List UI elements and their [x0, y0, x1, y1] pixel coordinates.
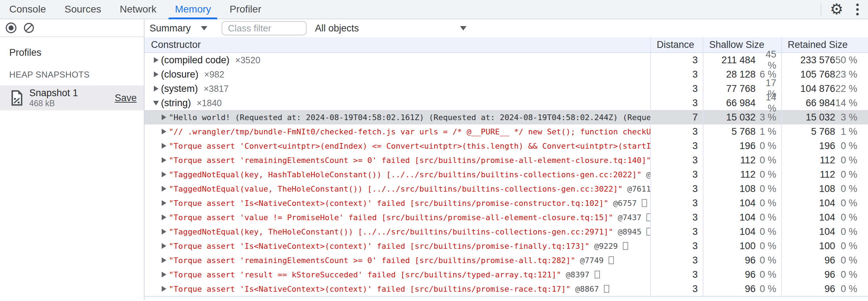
shallow-size-cell: 1040 % [703, 224, 781, 239]
shallow-size-cell: 960 % [703, 253, 781, 267]
table-row[interactable]: "Torque assert 'value != PromiseHole' fa… [145, 210, 868, 224]
tab-console[interactable]: Console [0, 0, 55, 19]
expand-triangle-icon[interactable] [159, 229, 169, 235]
retained-size-cell: 1040 % [781, 196, 868, 210]
retained-size-percent: 0 % [835, 241, 868, 252]
shallow-size-value: 100 [703, 241, 756, 252]
table-row[interactable]: "// .wrangler/tmp/bundle-FmNIt0/checked-… [145, 124, 868, 139]
expand-triangle-icon[interactable] [151, 57, 161, 63]
expand-triangle-icon[interactable] [159, 200, 169, 206]
expand-triangle-icon[interactable] [159, 157, 169, 163]
expand-triangle-icon[interactable] [159, 257, 169, 263]
table-row[interactable]: "Torque assert 'remainingElementsCount >… [145, 253, 868, 267]
retained-size-value: 233 576 [782, 55, 835, 66]
shallow-size-percent: 0 % [756, 255, 781, 266]
kebab-menu-icon[interactable] [853, 2, 862, 17]
table-row[interactable]: "TaggedNotEqual(key, TheHoleConstant()) … [145, 224, 868, 239]
object-id: @8945 [618, 227, 641, 236]
constructor-name: "Torque assert 'Is<NativeContext>(contex… [169, 199, 609, 208]
column-header-constructor[interactable]: Constructor [145, 37, 650, 52]
retained-size-value: 100 [782, 241, 835, 252]
glyph-box-icon [646, 213, 650, 221]
retained-size-percent: 0 % [835, 212, 868, 223]
constructor-cell: (system)×3817 [145, 82, 650, 96]
table-row[interactable]: "Torque assert 'Convert<uintptr>(endInde… [145, 139, 868, 153]
expand-triangle-icon[interactable] [159, 129, 169, 134]
class-filter-input[interactable] [222, 21, 307, 35]
shallow-size-cell: 1040 % [703, 196, 781, 210]
tab-profiler[interactable]: Profiler [220, 0, 271, 19]
distance-cell: 3 [650, 253, 703, 267]
expand-triangle-icon[interactable] [159, 186, 169, 192]
expand-triangle-icon[interactable] [159, 114, 169, 120]
retained-size-cell: 105 76823 % [781, 67, 868, 82]
perspective-select-value: Summary [150, 23, 191, 34]
retained-size-value: 112 [782, 169, 835, 180]
object-id: @8397 [566, 270, 589, 279]
expand-triangle-icon[interactable] [159, 172, 169, 177]
perspective-select[interactable]: Summary [150, 23, 207, 34]
tab-memory[interactable]: Memory [166, 0, 220, 19]
table-row[interactable]: (string)×1840366 98414 %66 98414 % [145, 96, 868, 110]
column-header-distance[interactable]: Distance [650, 37, 703, 52]
shallow-size-cell: 66 98414 % [703, 96, 781, 110]
table-row[interactable]: "Torque assert 'Is<NativeContext>(contex… [145, 282, 868, 296]
tab-network[interactable]: Network [110, 0, 166, 19]
distance-cell: 3 [650, 82, 703, 96]
retained-size-value: 104 [782, 198, 835, 209]
retained-size-cell: 1080 % [781, 182, 868, 196]
shallow-size-percent: 3 % [756, 112, 781, 123]
collapse-triangle-icon[interactable] [151, 101, 161, 105]
expand-triangle-icon[interactable] [151, 71, 161, 77]
sidebar-item-snapshot-1[interactable]: Snapshot 1 468 kB Save [0, 85, 144, 110]
shallow-size-value: 104 [703, 226, 756, 237]
shallow-size-value: 5 768 [703, 126, 756, 137]
table-row[interactable]: "TaggedNotEqual(key, HashTableHoleConsta… [145, 167, 868, 182]
retained-size-value: 96 [782, 255, 835, 266]
table-row[interactable]: "TaggedNotEqual(value, TheHoleConstant()… [145, 182, 868, 196]
table-row[interactable]: "Hello world! (Requested at: 2024-08-19T… [145, 110, 868, 124]
table-row[interactable]: "Torque assert 'result == kStoreSucceded… [145, 267, 868, 282]
shallow-size-value: 104 [703, 198, 756, 209]
constructor-name: "TaggedNotEqual(key, HashTableHoleConsta… [169, 170, 642, 179]
gear-icon[interactable]: ⚙ [830, 2, 843, 17]
retained-size-percent: 0 % [835, 140, 868, 152]
column-header-retained-size[interactable]: Retained Size [781, 37, 868, 52]
constructor-cell: "Hello world! (Requested at: 2024-08-19T… [145, 110, 650, 124]
devtools-tab-bar: Console Sources Network Memory Profiler … [0, 0, 868, 19]
snapshot-meta: Snapshot 1 468 kB [29, 87, 78, 109]
constructor-name: "Torque assert 'value != PromiseHole' fa… [169, 213, 613, 222]
constructor-cell: (string)×1840 [145, 96, 650, 110]
retained-size-value: 108 [782, 183, 835, 194]
expand-triangle-icon[interactable] [159, 272, 169, 277]
expand-triangle-icon[interactable] [151, 86, 161, 92]
retained-size-cell: 960 % [781, 253, 868, 267]
objects-scope-select[interactable]: All objects [315, 23, 466, 34]
expand-triangle-icon[interactable] [159, 243, 169, 249]
expand-triangle-icon[interactable] [159, 214, 169, 220]
distance-cell: 3 [650, 224, 703, 239]
tab-sources[interactable]: Sources [55, 0, 111, 19]
retained-size-value: 5 768 [782, 126, 835, 137]
retained-size-cell: 960 % [781, 267, 868, 282]
shallow-size-cell: 5 7681 % [703, 124, 781, 139]
glyph-box-icon [604, 285, 609, 293]
profiles-heading: Profiles [9, 47, 144, 58]
shallow-size-cell: 211 48445 % [703, 53, 781, 67]
clear-icon[interactable] [24, 23, 34, 33]
retained-size-cell: 960 % [781, 282, 868, 296]
record-icon[interactable] [6, 23, 16, 33]
table-row[interactable]: "Torque assert 'remainingElementsCount >… [145, 153, 868, 167]
save-snapshot-link[interactable]: Save [115, 93, 137, 104]
expand-triangle-icon[interactable] [159, 143, 169, 149]
shallow-size-cell: 1080 % [703, 182, 781, 196]
distance-cell: 3 [650, 96, 703, 110]
constructor-cell: "Torque assert 'remainingElementsCount >… [145, 153, 650, 167]
shallow-size-value: 28 128 [703, 69, 756, 80]
table-row[interactable]: "Torque assert 'Is<NativeContext>(contex… [145, 239, 868, 253]
table-row[interactable]: (compiled code)×35203211 48445 %233 5765… [145, 53, 868, 67]
table-row[interactable]: "Torque assert 'Is<NativeContext>(contex… [145, 196, 868, 210]
retained-size-cell: 233 57650 % [781, 53, 868, 67]
expand-triangle-icon[interactable] [159, 286, 169, 292]
retained-size-percent: 0 % [835, 183, 868, 194]
